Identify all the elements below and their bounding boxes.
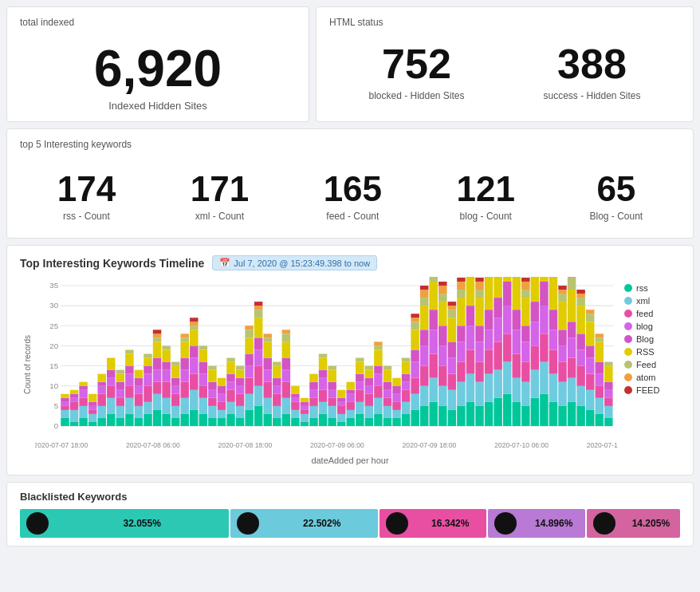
svg-rect-210 [309,374,317,382]
total-indexed-label: Indexed Hidden Sites [108,100,207,112]
svg-rect-46 [107,414,115,426]
svg-rect-74 [144,386,151,402]
svg-rect-228 [337,402,345,406]
legend-label-blog: blog [636,322,653,331]
svg-rect-353 [485,350,493,374]
svg-rect-92 [162,362,170,370]
svg-rect-108 [180,338,188,342]
svg-rect-172 [263,382,271,398]
svg-rect-54 [116,398,124,406]
svg-rect-186 [282,398,290,414]
svg-rect-125 [199,346,207,350]
svg-rect-284 [411,330,419,350]
legend-label-FEED: FEED [636,385,659,395]
svg-rect-88 [162,414,170,426]
svg-rect-113 [190,358,198,374]
svg-rect-372 [503,306,511,334]
svg-rect-395 [521,278,529,282]
svg-rect-57 [116,374,124,382]
keywords-card: top 5 Interesting keywords 174 rss - Cou… [6,128,694,239]
svg-rect-275 [402,382,410,390]
legend-label-feed: feed [636,309,653,318]
blacklisted-title: Blacklisted Keywords [20,491,680,503]
chart-legend: rss xml feed blog Blog RSS Feed atom FEE… [624,277,680,452]
svg-rect-252 [374,398,382,414]
svg-rect-446 [576,306,584,334]
svg-rect-425 [558,362,566,382]
svg-rect-457 [586,310,594,314]
svg-rect-101 [171,362,179,366]
legend-item-blog: blog [624,322,680,331]
svg-text:35: 35 [49,282,58,290]
svg-rect-81 [153,382,161,394]
timeline-card: Top Interesting Keywords Timeline 📅 Jul … [6,245,694,476]
svg-rect-286 [411,318,419,322]
svg-rect-37 [88,406,96,410]
svg-rect-158 [245,338,253,354]
svg-rect-189 [282,358,290,370]
total-indexed-content: 6,920 Indexed Hidden Sites [20,31,296,112]
svg-rect-391 [521,326,529,342]
svg-rect-68 [135,394,143,406]
svg-rect-223 [328,370,336,382]
svg-rect-138 [218,378,226,386]
svg-rect-441 [576,406,584,426]
svg-rect-258 [374,342,382,346]
dashboard: total indexed 6,920 Indexed Hidden Sites… [0,0,700,592]
svg-text:2020-07-08 18:00: 2020-07-08 18:00 [218,442,272,450]
svg-rect-118 [190,318,198,322]
svg-rect-230 [337,390,345,398]
svg-rect-431 [558,286,566,290]
svg-rect-29 [79,406,87,418]
svg-rect-224 [328,366,336,370]
svg-rect-20 [61,398,69,402]
svg-rect-21 [61,394,69,398]
svg-rect-97 [171,394,179,406]
svg-rect-66 [135,418,143,426]
svg-rect-64 [125,354,133,366]
svg-rect-231 [346,418,354,426]
svg-rect-112 [190,374,198,390]
svg-rect-82 [153,370,161,382]
svg-rect-459 [596,398,604,414]
svg-rect-270 [392,386,400,394]
svg-rect-309 [438,346,446,366]
svg-rect-454 [586,346,594,358]
svg-rect-420 [549,277,557,278]
svg-rect-438 [568,278,576,290]
timeline-badge: 📅 Jul 7, 2020 @ 15:23:49.398 to now [212,255,377,270]
svg-rect-94 [162,346,170,350]
timeline-badge-text: Jul 7, 2020 @ 15:23:49.398 to now [234,259,370,268]
svg-rect-458 [596,414,604,426]
svg-rect-164 [254,350,262,366]
svg-rect-456 [586,314,594,322]
svg-rect-253 [374,386,382,398]
svg-rect-206 [309,406,317,418]
svg-rect-290 [420,366,428,386]
svg-rect-156 [245,366,253,378]
svg-rect-63 [125,366,133,374]
svg-rect-302 [430,282,438,310]
svg-rect-242 [356,362,364,374]
svg-rect-136 [218,394,226,402]
bl-segment-4: 14.205% [587,509,680,538]
svg-rect-445 [576,334,584,350]
svg-rect-233 [346,402,354,410]
svg-rect-79 [153,410,161,426]
svg-rect-324 [457,406,465,426]
svg-rect-451 [586,390,594,410]
svg-rect-369 [503,394,511,426]
y-axis-container: Count of records [20,277,35,452]
kw-number-4: 65 [590,169,643,209]
svg-rect-282 [411,362,419,378]
svg-rect-213 [319,390,327,402]
svg-rect-96 [171,406,179,418]
kw-stat-2: 165 feed - Count [324,169,382,222]
keywords-title: top 5 Interesting keywords [20,139,680,150]
svg-rect-333 [466,402,474,426]
svg-rect-187 [282,382,290,398]
svg-rect-86 [153,334,161,338]
svg-text:25: 25 [49,322,58,330]
svg-rect-374 [503,277,511,282]
svg-rect-256 [374,350,382,366]
